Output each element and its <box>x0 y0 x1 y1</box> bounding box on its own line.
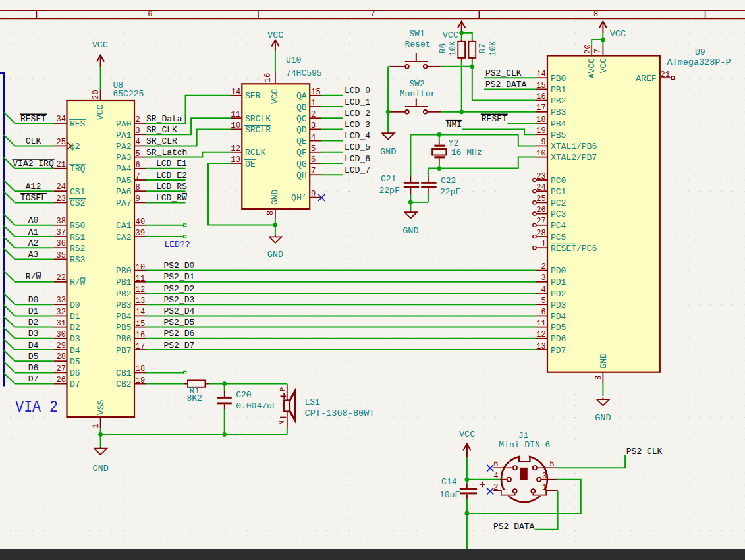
svg-text:17: 17 <box>136 342 146 351</box>
svg-text:6: 6 <box>148 10 152 19</box>
svg-text:5: 5 <box>311 144 316 154</box>
svg-text:ATmega328P-P: ATmega328P-P <box>667 57 731 67</box>
svg-text:C21: C21 <box>381 174 397 184</box>
svg-text:38: 38 <box>56 217 66 226</box>
svg-text:D3: D3 <box>70 334 80 344</box>
svg-text:R7: R7 <box>478 43 487 54</box>
svg-text:9: 9 <box>136 194 140 204</box>
svg-text:PD4: PD4 <box>551 312 566 322</box>
svg-text:8: 8 <box>136 183 140 192</box>
svg-text:RESET: RESET <box>482 114 507 124</box>
svg-text:R6: R6 <box>439 43 449 54</box>
svg-text:8K2: 8K2 <box>186 393 202 403</box>
svg-text:VCC: VCC <box>92 40 108 50</box>
svg-text:PD6: PD6 <box>551 334 566 344</box>
svg-text:RS3: RS3 <box>70 255 85 265</box>
svg-text:NMI: NMI <box>447 120 462 130</box>
svg-text:34: 34 <box>56 115 66 124</box>
svg-text:7: 7 <box>593 49 603 53</box>
svg-text:D3: D3 <box>28 329 39 339</box>
svg-text:14: 14 <box>536 70 546 79</box>
svg-text:IOSEL: IOSEL <box>20 193 46 203</box>
svg-text:PB0: PB0 <box>116 266 131 276</box>
svg-text:VCC: VCC <box>443 30 458 40</box>
svg-text:1: 1 <box>542 483 547 492</box>
svg-text:C20: C20 <box>236 390 251 400</box>
svg-text:9: 9 <box>541 138 546 147</box>
svg-text:39: 39 <box>136 229 146 238</box>
svg-text:PA1: PA1 <box>116 130 132 140</box>
svg-text:PB6: PB6 <box>116 334 131 344</box>
svg-text:VCC: VCC <box>267 30 283 40</box>
svg-text:VCC: VCC <box>599 58 609 74</box>
svg-text:LCD_E1: LCD_E1 <box>156 159 187 169</box>
svg-text:RS2: RS2 <box>70 244 85 254</box>
svg-text:LS1: LS1 <box>305 397 321 407</box>
svg-text:RCLK: RCLK <box>245 148 265 157</box>
svg-text:QH’: QH’ <box>291 193 306 203</box>
svg-text:PB4: PB4 <box>551 119 566 129</box>
svg-text:VSS: VSS <box>96 399 106 415</box>
svg-text:PB0: PB0 <box>551 74 566 84</box>
svg-text:PS2_CLK: PS2_CLK <box>485 69 522 78</box>
svg-text:15: 15 <box>536 81 546 90</box>
svg-text:PB1: PB1 <box>116 277 132 287</box>
svg-text:4: 4 <box>311 133 316 142</box>
svg-text:74HC595: 74HC595 <box>286 69 322 78</box>
svg-text:4: 4 <box>541 285 546 294</box>
svg-text:D2: D2 <box>28 318 39 327</box>
svg-text:3: 3 <box>136 126 140 136</box>
svg-text:Y2: Y2 <box>449 138 459 148</box>
svg-text:16: 16 <box>536 92 546 101</box>
svg-text:PA5: PA5 <box>116 176 131 186</box>
svg-text:7: 7 <box>136 172 140 181</box>
svg-text:PB2: PB2 <box>116 289 131 299</box>
svg-text:VCC: VCC <box>610 29 626 39</box>
svg-text:2: 2 <box>311 110 316 119</box>
svg-text:D0: D0 <box>70 300 80 310</box>
svg-text:SW1: SW1 <box>409 29 425 39</box>
svg-text:IRQ: IRQ <box>70 164 86 174</box>
svg-text:LCD_4: LCD_4 <box>345 131 370 141</box>
svg-text:PS2_D1: PS2_D1 <box>164 272 195 282</box>
svg-text:LED??: LED?? <box>165 240 190 250</box>
svg-text:D6: D6 <box>28 363 39 373</box>
svg-text:R/W: R/W <box>26 272 41 282</box>
svg-text:PD0: PD0 <box>551 266 566 276</box>
svg-text:SR_CLR: SR_CLR <box>146 136 177 146</box>
svg-text:QG: QG <box>296 159 307 169</box>
svg-text:PD7: PD7 <box>551 346 566 356</box>
svg-text:CLK: CLK <box>26 136 41 146</box>
svg-text:3: 3 <box>311 121 316 130</box>
svg-text:RESET: RESET <box>20 114 46 124</box>
svg-text:SR_Data: SR_Data <box>146 114 182 124</box>
svg-text:PS2_CLK: PS2_CLK <box>626 447 663 457</box>
svg-text:D7: D7 <box>28 374 39 384</box>
svg-text:D7: D7 <box>70 379 80 389</box>
svg-text:2: 2 <box>541 262 546 271</box>
svg-text:PS2_D2: PS2_D2 <box>164 284 195 294</box>
svg-text:20: 20 <box>92 90 101 99</box>
svg-text:22pF: 22pF <box>379 186 400 196</box>
svg-text:AVCC: AVCC <box>588 58 597 78</box>
svg-text:PD5: PD5 <box>551 323 566 333</box>
svg-text:PA6: PA6 <box>116 187 131 197</box>
svg-text:C14: C14 <box>441 477 457 487</box>
svg-text:CA1: CA1 <box>116 221 132 231</box>
svg-text:LCD_5: LCD_5 <box>345 142 370 152</box>
svg-text:5: 5 <box>541 296 546 306</box>
svg-text:10: 10 <box>136 263 146 272</box>
svg-text:PS2_D7: PS2_D7 <box>164 341 195 350</box>
svg-text:LCD_3: LCD_3 <box>345 120 370 130</box>
svg-text:16: 16 <box>263 72 273 82</box>
svg-text:PA0: PA0 <box>116 119 131 129</box>
svg-text:VCC: VCC <box>270 88 280 104</box>
svg-text:4: 4 <box>136 138 140 147</box>
svg-text:65C225: 65C225 <box>113 89 144 99</box>
svg-text:RS0: RS0 <box>70 221 85 231</box>
svg-text:25: 25 <box>56 138 66 147</box>
svg-text:10K: 10K <box>449 41 458 57</box>
svg-text:PC3: PC3 <box>551 210 566 219</box>
svg-text:19: 19 <box>136 376 146 385</box>
svg-text:SW2: SW2 <box>409 79 424 89</box>
